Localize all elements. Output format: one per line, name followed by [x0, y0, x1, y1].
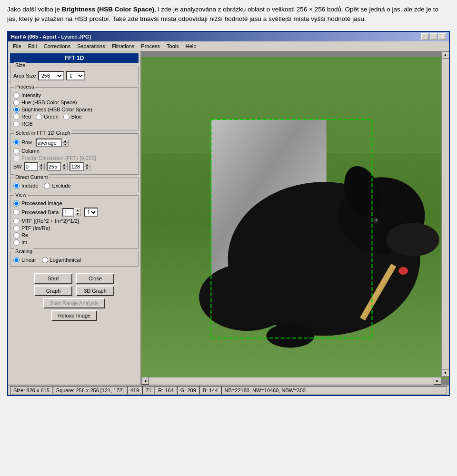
- radio-exclude-input[interactable]: [44, 183, 50, 189]
- svg-point-10: [266, 324, 314, 347]
- radio-rgb-input[interactable]: [13, 121, 20, 127]
- radio-green-input[interactable]: [36, 114, 42, 120]
- menu-tools[interactable]: Tools: [164, 42, 182, 50]
- bw-spin3-btns: ▲ ▼: [84, 163, 90, 170]
- select-fft-section: Select in FFT 1D Graph Row ▲ ▼: [10, 133, 139, 175]
- start-button[interactable]: Start: [34, 273, 72, 284]
- processed-data-spin-down[interactable]: ▼: [74, 212, 81, 216]
- close-button[interactable]: ✕: [438, 33, 446, 40]
- radio-rgb-label: RGB: [21, 121, 33, 127]
- status-r: R: 164: [155, 386, 177, 395]
- menu-help[interactable]: Help: [183, 42, 199, 50]
- average-spin-up[interactable]: ▲: [62, 139, 69, 143]
- area-size-select[interactable]: 256 128 512: [38, 71, 64, 80]
- reload-button[interactable]: Reload Image: [51, 310, 98, 321]
- scroll-right-arrow[interactable]: ►: [434, 377, 441, 385]
- menu-bar: File Edit Corrections Separations Filtra…: [8, 41, 449, 51]
- bw-input1[interactable]: [24, 162, 38, 171]
- processed-data-input[interactable]: [62, 208, 74, 217]
- graph-button[interactable]: Graph: [34, 286, 72, 296]
- maximize-button[interactable]: □: [430, 33, 437, 40]
- image-display: [141, 51, 449, 385]
- radio-column-input[interactable]: [13, 148, 20, 154]
- view-section: View Processed Image Processed Data ▲ ▼: [10, 195, 139, 249]
- process-section: Process Intensity Hue (HSB Color Space) …: [10, 87, 139, 130]
- radio-red-input[interactable]: [13, 114, 20, 120]
- radio-blue-input[interactable]: [63, 114, 70, 120]
- scroll-down-arrow[interactable]: ▼: [442, 369, 449, 377]
- radio-mtf-input[interactable]: [13, 218, 20, 224]
- bw-spin1-up[interactable]: ▲: [38, 163, 45, 167]
- menu-filtrations[interactable]: Filtrations: [109, 42, 138, 50]
- radio-processed-image: Processed Image: [13, 200, 135, 207]
- radio-processed-image-input[interactable]: [13, 200, 20, 207]
- bw-input3[interactable]: [70, 162, 84, 171]
- area-size-label: Area Size: [13, 73, 36, 79]
- average-input[interactable]: [36, 139, 62, 147]
- menu-process[interactable]: Process: [138, 42, 163, 50]
- desc-bold: Brightness (HSB Color Space): [62, 6, 154, 13]
- processed-data-select[interactable]: 1: [84, 208, 98, 217]
- left-panel: FFT 1D Size Area Size 256 128 512 1 2: [8, 51, 141, 385]
- average-spin-down[interactable]: ▼: [62, 143, 69, 147]
- close-button-panel[interactable]: Close: [76, 273, 114, 284]
- main-content: FFT 1D Size Area Size 256 128 512 1 2: [8, 51, 449, 385]
- radio-row-input[interactable]: [13, 139, 20, 145]
- panel-title: FFT 1D: [10, 53, 139, 63]
- bw-spin2-btns: ▲ ▼: [61, 163, 68, 170]
- graph3d-button[interactable]: 3D Graph: [76, 286, 114, 296]
- radio-ptf-input[interactable]: [13, 225, 20, 231]
- radio-mtf: MTF [(Re^2 + Im^2)^1/2]: [13, 218, 135, 224]
- bw-spin3-up[interactable]: ▲: [84, 163, 90, 167]
- radio-logarithmical-input[interactable]: [42, 257, 48, 263]
- status-b: B: 144: [199, 386, 221, 395]
- menu-file[interactable]: File: [10, 42, 24, 50]
- bw-spin3-down[interactable]: ▼: [84, 167, 90, 170]
- radio-logarithmical: Logarithmical: [42, 257, 81, 263]
- radio-intensity-input[interactable]: [13, 92, 20, 99]
- processed-data-spin-up[interactable]: ▲: [74, 208, 81, 212]
- radio-im-input[interactable]: [13, 239, 20, 246]
- bw-spin2-down[interactable]: ▼: [61, 167, 68, 170]
- radio-linear: Linear: [13, 257, 36, 263]
- radio-ptf-label: PTF (Im/Re): [21, 225, 50, 231]
- radio-green-label: Green: [44, 114, 59, 119]
- radio-intensity-label: Intensity: [21, 92, 41, 98]
- status-bar: Size: 820 x 615 Square: 256 x 256 [121, …: [8, 385, 449, 395]
- bw-row: BW ▲ ▼ ▲ ▼: [13, 162, 135, 171]
- scaling-radio-group: Linear Logarithmical: [13, 257, 135, 264]
- direct-current-label: Direct Current: [14, 174, 49, 180]
- radio-include-input[interactable]: [13, 183, 20, 189]
- process-section-label: Process: [14, 84, 35, 89]
- radio-processed-image-label: Processed Image: [21, 200, 62, 206]
- scaling-section: Scaling Linear Logarithmical: [10, 252, 139, 267]
- area-size-select2[interactable]: 1 2: [66, 71, 85, 80]
- bw-spin2-up[interactable]: ▲: [61, 163, 68, 167]
- scroll-left-arrow[interactable]: ◄: [141, 377, 149, 385]
- scroll-up-arrow[interactable]: ▲: [442, 51, 449, 59]
- bw-spin1-down[interactable]: ▼: [38, 167, 45, 170]
- fractal-checkbox[interactable]: [13, 155, 20, 161]
- bw-input2[interactable]: [47, 162, 61, 171]
- view-section-label: View: [14, 192, 28, 198]
- minimize-button[interactable]: _: [421, 33, 429, 40]
- radio-include-label: Include: [21, 183, 38, 188]
- btn-row-3: Start Range Analysis: [15, 298, 134, 308]
- radio-hue-input[interactable]: [13, 99, 20, 106]
- btn-row-4: Reload Image: [15, 310, 134, 321]
- scrollbar-right: ▲ ▼: [441, 51, 449, 377]
- radio-brightness-input[interactable]: [13, 107, 20, 113]
- start-range-button[interactable]: Start Range Analysis: [43, 298, 105, 308]
- status-size: Size: 820 x 615: [10, 386, 53, 395]
- status-g: G: 209: [177, 386, 199, 395]
- btn-row-1: Start Close: [15, 273, 134, 284]
- menu-corrections[interactable]: Corrections: [41, 42, 73, 50]
- processed-data-spinbox: ▲ ▼: [62, 208, 81, 217]
- menu-separations[interactable]: Separations: [74, 42, 108, 50]
- radio-linear-input[interactable]: [13, 257, 20, 263]
- radio-re-input[interactable]: [13, 232, 20, 238]
- radio-include: Include: [13, 183, 38, 189]
- menu-edit[interactable]: Edit: [25, 42, 40, 50]
- radio-processed-data-input[interactable]: [13, 209, 20, 215]
- radio-re-label: Re: [21, 232, 28, 238]
